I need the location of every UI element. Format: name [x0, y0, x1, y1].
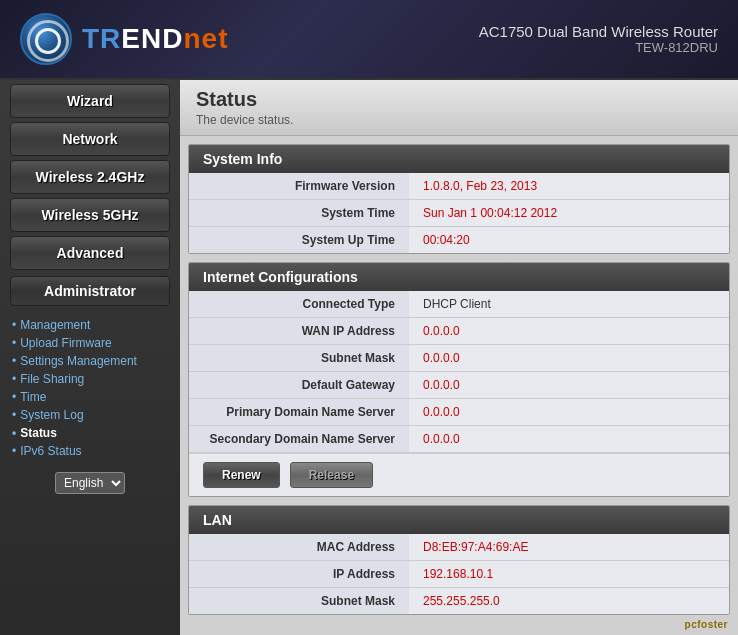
- watermark: pcfoster: [685, 619, 728, 630]
- subnet-mask-wan-value: 0.0.0.0: [409, 345, 729, 371]
- uptime-label: System Up Time: [189, 227, 409, 253]
- page-subtitle: The device status.: [196, 113, 722, 127]
- nav-advanced[interactable]: Advanced: [10, 236, 170, 270]
- default-gw-row: Default Gateway 0.0.0.0: [189, 372, 729, 399]
- logo-text: TRENDnet: [82, 23, 228, 55]
- upload-firmware-link[interactable]: Upload Firmware: [12, 336, 168, 350]
- sidebar-item-settings-management[interactable]: Settings Management: [12, 352, 168, 370]
- default-gw-label: Default Gateway: [189, 372, 409, 398]
- product-model: TEW-812DRU: [479, 40, 718, 55]
- system-info-body: Firmware Version 1.0.8.0, Feb 23, 2013 S…: [189, 173, 729, 253]
- lan-ip-label: IP Address: [189, 561, 409, 587]
- system-info-section: System Info Firmware Version 1.0.8.0, Fe…: [188, 144, 730, 254]
- admin-links: Management Upload Firmware Settings Mana…: [0, 312, 180, 464]
- primary-dns-label: Primary Domain Name Server: [189, 399, 409, 425]
- file-sharing-link[interactable]: File Sharing: [12, 372, 168, 386]
- sidebar-item-status[interactable]: Status: [12, 424, 168, 442]
- logo-icon: [20, 13, 72, 65]
- internet-config-header: Internet Configurations: [189, 263, 729, 291]
- primary-dns-value: 0.0.0.0: [409, 399, 729, 425]
- sidebar-item-management[interactable]: Management: [12, 316, 168, 334]
- connected-type-value: DHCP Client: [409, 291, 729, 317]
- lan-header: LAN: [189, 506, 729, 534]
- renew-button[interactable]: Renew: [203, 462, 280, 488]
- secondary-dns-label: Secondary Domain Name Server: [189, 426, 409, 452]
- uptime-value: 00:04:20: [409, 227, 729, 253]
- uptime-row: System Up Time 00:04:20: [189, 227, 729, 253]
- system-log-link[interactable]: System Log: [12, 408, 168, 422]
- nav-wireless24[interactable]: Wireless 2.4GHz: [10, 160, 170, 194]
- internet-btn-row: Renew Release: [189, 453, 729, 496]
- primary-dns-row: Primary Domain Name Server 0.0.0.0: [189, 399, 729, 426]
- ipv6-status-link[interactable]: IPv6 Status: [12, 444, 168, 458]
- firmware-label: Firmware Version: [189, 173, 409, 199]
- secondary-dns-value: 0.0.0.0: [409, 426, 729, 452]
- sidebar-item-upload-firmware[interactable]: Upload Firmware: [12, 334, 168, 352]
- sidebar-item-time[interactable]: Time: [12, 388, 168, 406]
- lan-ip-value: 192.168.10.1: [409, 561, 729, 587]
- system-time-row: System Time Sun Jan 1 00:04:12 2012: [189, 200, 729, 227]
- page-title: Status: [196, 88, 722, 111]
- wan-ip-label: WAN IP Address: [189, 318, 409, 344]
- system-time-value: Sun Jan 1 00:04:12 2012: [409, 200, 729, 226]
- wan-ip-row: WAN IP Address 0.0.0.0: [189, 318, 729, 345]
- sidebar: Wizard Network Wireless 2.4GHz Wireless …: [0, 80, 180, 635]
- default-gw-value: 0.0.0.0: [409, 372, 729, 398]
- lan-section: LAN MAC Address D8:EB:97:A4:69:AE IP Add…: [188, 505, 730, 615]
- firmware-value: 1.0.8.0, Feb 23, 2013: [409, 173, 729, 199]
- lan-ip-row: IP Address 192.168.10.1: [189, 561, 729, 588]
- nav-network[interactable]: Network: [10, 122, 170, 156]
- language-select[interactable]: English: [55, 472, 125, 494]
- internet-config-body: Connected Type DHCP Client WAN IP Addres…: [189, 291, 729, 496]
- connected-type-row: Connected Type DHCP Client: [189, 291, 729, 318]
- mac-address-value: D8:EB:97:A4:69:AE: [409, 534, 729, 560]
- firmware-row: Firmware Version 1.0.8.0, Feb 23, 2013: [189, 173, 729, 200]
- sidebar-item-system-log[interactable]: System Log: [12, 406, 168, 424]
- status-link[interactable]: Status: [12, 426, 168, 440]
- secondary-dns-row: Secondary Domain Name Server 0.0.0.0: [189, 426, 729, 453]
- sidebar-item-file-sharing[interactable]: File Sharing: [12, 370, 168, 388]
- wan-ip-value: 0.0.0.0: [409, 318, 729, 344]
- logo-area: TRENDnet: [20, 13, 479, 65]
- main-container: Wizard Network Wireless 2.4GHz Wireless …: [0, 80, 738, 635]
- connected-type-label: Connected Type: [189, 291, 409, 317]
- internet-config-section: Internet Configurations Connected Type D…: [188, 262, 730, 497]
- system-info-header: System Info: [189, 145, 729, 173]
- subnet-mask-wan-label: Subnet Mask: [189, 345, 409, 371]
- product-info: AC1750 Dual Band Wireless Router TEW-812…: [479, 23, 718, 55]
- time-link[interactable]: Time: [12, 390, 168, 404]
- admin-section-header: Administrator: [10, 276, 170, 306]
- language-selector[interactable]: English: [0, 472, 180, 494]
- product-name: AC1750 Dual Band Wireless Router: [479, 23, 718, 40]
- settings-management-link[interactable]: Settings Management: [12, 354, 168, 368]
- page-title-bar: Status The device status.: [180, 80, 738, 136]
- mac-address-row: MAC Address D8:EB:97:A4:69:AE: [189, 534, 729, 561]
- system-time-label: System Time: [189, 200, 409, 226]
- lan-subnet-value: 255.255.255.0: [409, 588, 729, 614]
- lan-body: MAC Address D8:EB:97:A4:69:AE IP Address…: [189, 534, 729, 614]
- subnet-mask-wan-row: Subnet Mask 0.0.0.0: [189, 345, 729, 372]
- header: TRENDnet AC1750 Dual Band Wireless Route…: [0, 0, 738, 80]
- content-area: Status The device status. System Info Fi…: [180, 80, 738, 635]
- nav-wireless5[interactable]: Wireless 5GHz: [10, 198, 170, 232]
- management-link[interactable]: Management: [12, 318, 168, 332]
- nav-wizard[interactable]: Wizard: [10, 84, 170, 118]
- release-button[interactable]: Release: [290, 462, 373, 488]
- mac-address-label: MAC Address: [189, 534, 409, 560]
- lan-subnet-label: Subnet Mask: [189, 588, 409, 614]
- lan-subnet-row: Subnet Mask 255.255.255.0: [189, 588, 729, 614]
- sidebar-item-ipv6-status[interactable]: IPv6 Status: [12, 442, 168, 460]
